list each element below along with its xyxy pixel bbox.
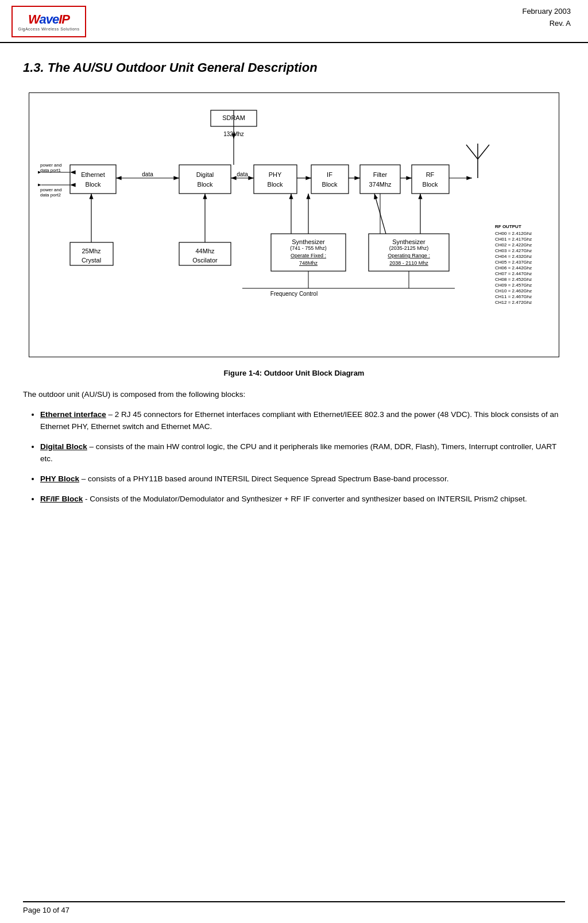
ethernet-line2: Block bbox=[86, 181, 101, 188]
synth1-line4: 748Mhz bbox=[299, 260, 318, 266]
body-intro: The outdoor unit (AU/SU) is composed fro… bbox=[23, 389, 565, 400]
block-diagram-svg: SDRAM 132Mhz Ethernet Block Digital Bloc… bbox=[38, 105, 550, 346]
rf-ch06: CH06 = 2.442Ghz bbox=[495, 265, 532, 271]
bullet-list: Ethernet interface – 2 RJ 45 connectors … bbox=[40, 409, 565, 505]
figure-caption: Figure 1-4: Outdoor Unit Block Diagram bbox=[23, 369, 565, 377]
filter-line1: Filter bbox=[373, 171, 388, 178]
synth2-line1: Synthesizer bbox=[392, 238, 425, 245]
svg-line-22 bbox=[466, 145, 478, 159]
synth1-line3: Operate Fixed : bbox=[291, 253, 326, 258]
oscilator-line1: 44Mhz bbox=[195, 248, 215, 254]
rf-output-title: RF OUTPUT bbox=[495, 224, 521, 229]
synth2-line2: (2035-2125 Mhz) bbox=[389, 245, 429, 251]
rf-ch01: CH01 = 2.417Ghz bbox=[495, 237, 532, 242]
digital-line2: Block bbox=[198, 181, 213, 188]
logo-box: WaveIP GigAccess Wireless Solutions bbox=[11, 6, 86, 37]
crystal-line2: Crystal bbox=[82, 257, 101, 264]
svg-rect-14 bbox=[412, 165, 449, 194]
rf-ch03: CH03 = 2.427Ghz bbox=[495, 248, 532, 253]
power-port1-label1: power and bbox=[40, 163, 61, 168]
header-date: February 2003 bbox=[522, 6, 571, 18]
svg-rect-8 bbox=[70, 165, 116, 194]
synth2-line4: 2038 - 2110 Mhz bbox=[389, 260, 428, 266]
logo-wave: WaveIP bbox=[28, 12, 69, 27]
rf-ch04: CH04 = 2.432Ghz bbox=[495, 254, 532, 259]
bullet-ethernet-bold: Ethernet interface bbox=[40, 410, 106, 419]
rf-ch10: CH10 = 2.462Ghz bbox=[495, 288, 532, 293]
crystal-line1: 25Mhz bbox=[82, 248, 101, 254]
bullet-phy: PHY Block – consists of a PHY11B based a… bbox=[40, 473, 565, 485]
bullet-rf-text: - Consists of the Modulator/Demodulator … bbox=[83, 495, 527, 503]
rf-line1: RF bbox=[426, 171, 435, 178]
page-footer: Page 10 of 47 bbox=[23, 901, 565, 914]
svg-rect-13 bbox=[360, 165, 400, 194]
phy-line2: Block bbox=[268, 181, 283, 188]
phy-line1: PHY bbox=[269, 171, 282, 178]
bullet-rf: RF/IF Block - Consists of the Modulator/… bbox=[40, 493, 565, 505]
page-number: Page 10 of 47 bbox=[23, 906, 69, 914]
section-title: 1.3. The AU/SU Outdoor Unit General Desc… bbox=[23, 60, 565, 75]
svg-rect-9 bbox=[179, 165, 231, 194]
page-content: 1.3. The AU/SU Outdoor Unit General Desc… bbox=[0, 43, 588, 525]
bullet-digital-text: – consists of the main HW control logic,… bbox=[40, 442, 556, 463]
logo-area: WaveIP GigAccess Wireless Solutions bbox=[11, 6, 86, 37]
power-port1-label2: data port1 bbox=[40, 168, 61, 173]
power-port2-label1: power and bbox=[40, 187, 61, 192]
rf-ch11: CH11 = 2.467Ghz bbox=[495, 294, 532, 299]
logo-tagline: GigAccess Wireless Solutions bbox=[18, 27, 80, 31]
svg-line-23 bbox=[478, 145, 489, 159]
oscilator-line2: Oscilator bbox=[192, 257, 218, 264]
bullet-rf-bold: RF/IF Block bbox=[40, 495, 83, 503]
ethernet-line1: Ethernet bbox=[81, 171, 105, 178]
header-info: February 2003 Rev. A bbox=[522, 6, 571, 30]
rf-ch12: CH12 = 2.472Ghz bbox=[495, 300, 532, 305]
svg-rect-11 bbox=[254, 165, 297, 194]
bullet-ethernet: Ethernet interface – 2 RJ 45 connectors … bbox=[40, 409, 565, 433]
rf-ch00: CH00 = 2.412Ghz bbox=[495, 231, 532, 236]
rf-ch07: CH07 = 2.447Ghz bbox=[495, 271, 532, 276]
synth1-line2: (741 - 755 Mhz) bbox=[290, 245, 327, 251]
synth1-line1: Synthesizer bbox=[292, 238, 325, 245]
block-diagram-wrapper: SDRAM 132Mhz Ethernet Block Digital Bloc… bbox=[29, 92, 559, 357]
rf-ch05: CH05 = 2.437Ghz bbox=[495, 260, 532, 265]
filter-line2: 374Mhz bbox=[369, 181, 392, 188]
rf-ch02: CH02 = 2.422Ghz bbox=[495, 242, 532, 248]
page-header: WaveIP GigAccess Wireless Solutions Febr… bbox=[0, 0, 588, 43]
digital-line1: Digital bbox=[196, 171, 214, 178]
data-label-left: data bbox=[142, 171, 153, 177]
bullet-digital: Digital Block – consists of the main HW … bbox=[40, 441, 565, 465]
bullet-ethernet-text: – 2 RJ 45 connectors for Ethernet interf… bbox=[40, 410, 558, 431]
if-line1: IF bbox=[327, 171, 332, 178]
power-port2-label2: data port2 bbox=[40, 192, 61, 198]
freq-control-label: Frequency Control bbox=[270, 291, 318, 297]
synth2-line3: Operating Range : bbox=[388, 253, 430, 258]
bullet-digital-bold: Digital Block bbox=[40, 442, 87, 451]
bullet-phy-bold: PHY Block bbox=[40, 474, 79, 483]
rf-ch08: CH08 = 2.452Ghz bbox=[495, 277, 532, 282]
rf-line2: Block bbox=[423, 181, 438, 188]
rf-ch09: CH09 = 2.457Ghz bbox=[495, 283, 532, 288]
svg-rect-12 bbox=[311, 165, 349, 194]
bullet-phy-text: – consists of a PHY11B based around INTE… bbox=[79, 474, 448, 483]
if-line2: Block bbox=[322, 181, 338, 188]
header-rev: Rev. A bbox=[522, 18, 571, 30]
data-label-right: data bbox=[237, 171, 248, 177]
